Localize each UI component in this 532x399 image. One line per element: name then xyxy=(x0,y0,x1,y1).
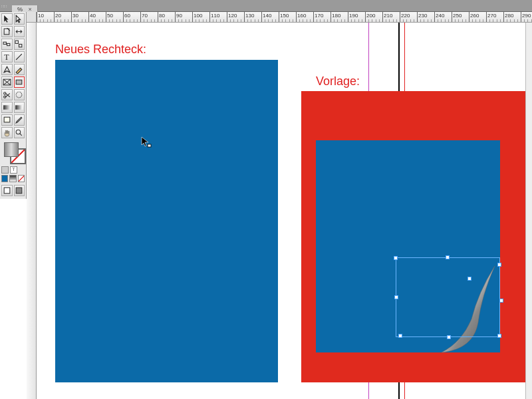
selection-tool[interactable] xyxy=(1,13,13,25)
ruler-tick-label: 150 xyxy=(280,13,289,19)
svg-rect-21 xyxy=(4,188,10,194)
ruler-tick-label: 180 xyxy=(332,13,340,19)
ruler-tick-label: 250 xyxy=(453,13,462,19)
svg-text:T: T xyxy=(4,53,9,61)
free-transform-tool[interactable] xyxy=(14,89,25,100)
horizontal-ruler[interactable]: 1020304050607080901001101201301401501601… xyxy=(37,12,532,23)
ruler-tick-label: 240 xyxy=(436,13,444,19)
tab-grip: ∷∷ xyxy=(1,4,7,9)
hand-tool[interactable] xyxy=(1,127,13,138)
ruler-tick-label: 290 xyxy=(522,13,531,19)
type-tool[interactable]: T xyxy=(1,51,13,63)
selection-handle[interactable] xyxy=(394,256,398,260)
pen-tool[interactable] xyxy=(1,64,13,75)
rectangle-frame-tool[interactable] xyxy=(1,76,13,88)
eyedropper-tool[interactable] xyxy=(14,114,25,126)
apply-color[interactable] xyxy=(1,175,8,182)
selection-handle[interactable] xyxy=(497,334,501,338)
note-tool[interactable] xyxy=(1,114,13,126)
vertical-ruler[interactable] xyxy=(27,23,37,399)
page-tool[interactable] xyxy=(1,26,13,37)
ruler-tick-label: 280 xyxy=(505,13,513,19)
tools-panel: T T xyxy=(0,12,27,199)
svg-rect-16 xyxy=(4,117,10,122)
ruler-tick-label: 140 xyxy=(263,13,271,19)
ruler-tick-label: 30 xyxy=(72,13,78,19)
svg-rect-1 xyxy=(3,42,6,44)
rectangle-tool[interactable] xyxy=(14,76,25,88)
ruler-tick-label: 200 xyxy=(366,13,375,19)
annotation-right: Vorlage: xyxy=(316,74,360,88)
ruler-tick-label: 220 xyxy=(401,13,410,19)
gradient-swatch-tool[interactable] xyxy=(1,102,13,113)
ruler-tick-label: 90 xyxy=(176,13,182,19)
ruler-tick-label: 100 xyxy=(194,13,202,19)
svg-point-13 xyxy=(16,92,22,98)
svg-rect-10 xyxy=(16,80,22,84)
formatting-container[interactable] xyxy=(1,166,9,174)
selection-handle[interactable] xyxy=(398,334,402,338)
svg-line-20 xyxy=(19,176,24,181)
fill-stroke-wells[interactable] xyxy=(1,142,25,164)
ruler-tick-label: 70 xyxy=(142,13,148,19)
selection-bounding-box[interactable] xyxy=(396,257,500,337)
ruler-tick-label: 170 xyxy=(315,13,323,19)
ruler-tick-label: 230 xyxy=(418,13,427,19)
selection-handle[interactable] xyxy=(497,263,501,267)
formatting-text[interactable]: T xyxy=(10,166,17,174)
document-tab-bar: ∷∷ % × xyxy=(0,0,532,12)
ruler-tick-label: 190 xyxy=(349,13,358,19)
ruler-tick-label: 210 xyxy=(384,13,392,19)
svg-line-18 xyxy=(20,134,22,136)
ruler-tick-label: 80 xyxy=(159,13,165,19)
content-tool[interactable] xyxy=(14,39,25,50)
selection-handle[interactable] xyxy=(394,295,398,299)
pencil-tool[interactable] xyxy=(14,64,25,75)
selection-handle[interactable] xyxy=(446,255,450,259)
scissors-tool[interactable] xyxy=(1,89,13,100)
ruler-tick-label: 260 xyxy=(470,13,479,19)
ruler-tick-label: 10 xyxy=(38,13,44,19)
view-mode-preview[interactable] xyxy=(14,185,25,196)
svg-line-6 xyxy=(16,54,22,60)
ruler-tick-label: 50 xyxy=(107,13,113,19)
line-tool[interactable] xyxy=(14,51,25,63)
ruler-tick-label: 40 xyxy=(90,13,96,19)
new-rectangle-shape[interactable] xyxy=(55,60,278,382)
gradient-feather-tool[interactable] xyxy=(14,102,25,113)
svg-rect-22 xyxy=(16,188,22,194)
fill-color-well[interactable] xyxy=(4,142,19,157)
ruler-tick-label: 20 xyxy=(55,13,61,19)
apply-none[interactable] xyxy=(18,175,25,182)
selection-anchor[interactable] xyxy=(467,277,471,281)
view-mode-normal[interactable] xyxy=(1,185,13,196)
svg-rect-2 xyxy=(7,43,9,45)
ruler-tick-label: 130 xyxy=(245,13,254,19)
selection-handle[interactable] xyxy=(499,299,503,303)
annotation-left: Neues Rechteck: xyxy=(55,43,146,57)
gap-tool[interactable] xyxy=(14,26,25,37)
svg-rect-3 xyxy=(15,41,18,43)
ruler-tick-label: 60 xyxy=(124,13,130,19)
svg-rect-4 xyxy=(19,45,22,47)
svg-rect-14 xyxy=(3,105,11,110)
ruler-tick-label: 120 xyxy=(228,13,237,19)
apply-gradient[interactable] xyxy=(9,175,16,182)
direct-selection-tool[interactable] xyxy=(14,13,25,25)
ruler-tick-label: 160 xyxy=(297,13,306,19)
document-canvas[interactable]: Neues Rechteck: Vorlage: xyxy=(37,23,525,399)
vertical-scrollbar[interactable] xyxy=(525,23,532,399)
content-grabber-tool[interactable] xyxy=(1,39,13,50)
ruler-tick-label: 110 xyxy=(211,13,219,19)
ruler-origin[interactable] xyxy=(27,12,37,23)
svg-rect-15 xyxy=(15,105,23,110)
zoom-tool[interactable] xyxy=(14,127,25,138)
selection-handle[interactable] xyxy=(447,335,451,339)
ruler-tick-label: 270 xyxy=(487,13,496,19)
